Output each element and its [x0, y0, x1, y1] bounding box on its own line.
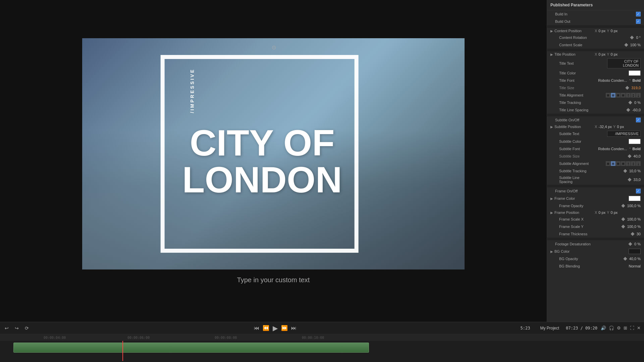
title-line-spacing-handle[interactable] [626, 108, 630, 112]
align-middle-btn[interactable]: ↕ [631, 93, 636, 98]
align-top-btn[interactable]: ↑ [626, 93, 631, 98]
expand-btn[interactable]: ⊞ [624, 325, 627, 330]
title-color-swatch[interactable] [629, 70, 641, 76]
frame-thickness-label: Frame Thickness [550, 232, 591, 236]
build-out-checkbox[interactable]: ✓ [636, 19, 641, 24]
footage-desaturation-handle[interactable] [628, 242, 632, 246]
sub-align-middle-btn[interactable]: ↕ [631, 161, 636, 166]
frame-color-row[interactable]: ▶ Frame Color [547, 195, 644, 202]
content-pos-y-value[interactable]: 0 px [610, 29, 618, 33]
frame-opacity-value: 100,0 % [627, 204, 641, 208]
fullscreen-btn[interactable]: ⛶ [630, 325, 634, 330]
volume-btn[interactable]: 🔊 [601, 325, 606, 330]
main-area: ⊙ /IMPRESSIVE CITY OF LONDON Type in you… [0, 0, 644, 322]
content-position-row[interactable]: ▶ Content Position X 0 px Y 0 px [547, 28, 644, 34]
bg-color-swatch[interactable] [629, 249, 641, 254]
play-prev-btn[interactable]: ⏮ [253, 324, 260, 332]
timeline-forward-btn[interactable]: ↪ [13, 325, 20, 331]
frame-thickness-row: Frame Thickness 30 [547, 230, 644, 238]
bg-color-row[interactable]: ▶ BG Color [547, 248, 644, 255]
title-pos-y-value[interactable]: 0 px [610, 52, 618, 56]
sub-align-bottom-btn[interactable]: ↓ [636, 161, 641, 166]
rotation-handle[interactable]: ⊙ [272, 45, 276, 50]
timeline-controls: ↩ ↪ ⟳ ⏮ ⏪ ▶ ⏩ ⏭ 5:23 My Project 07:23 / … [0, 322, 644, 334]
title-tracking-handle[interactable] [628, 101, 632, 104]
subtitle-pos-x-value[interactable]: -32,4 px [598, 125, 612, 129]
subtitle-alignment-buttons: ≡ ≡ ≡ ≡ ↑ ↕ ↓ [606, 161, 641, 166]
content-pos-x-label: X [595, 29, 597, 33]
timeline-back-btn[interactable]: ↩ [3, 325, 10, 331]
frame-thickness-handle[interactable] [631, 232, 634, 236]
subtitle-line-spacing-handle[interactable] [628, 178, 631, 181]
align-bottom-btn[interactable]: ↓ [636, 93, 641, 98]
sub-align-top-btn[interactable]: ↑ [626, 161, 631, 166]
title-pos-x-value[interactable]: 0 px [598, 52, 605, 56]
align-right-btn[interactable]: ≡ [616, 93, 621, 98]
subtitle-tracking-row: Subtitle Tracking 10,0 % [547, 167, 644, 175]
frame-onoff-checkbox[interactable]: ✓ [636, 189, 641, 193]
frame-onoff-row: Frame On/Off ✓ [547, 187, 644, 195]
frame-color-swatch[interactable] [629, 196, 641, 201]
title-size-handle[interactable] [626, 86, 629, 89]
play-next-btn[interactable]: ⏭ [290, 324, 297, 332]
subtitle-color-swatch[interactable] [629, 139, 641, 144]
title-text-input[interactable]: CITY OFLONDON [607, 58, 641, 68]
play-btn[interactable]: ▶ [272, 323, 278, 333]
sub-align-center-btn[interactable]: ≡ [611, 161, 615, 166]
ruler-tick-3: 00:00:08:00 [215, 336, 237, 340]
build-in-checkbox[interactable]: ✓ [636, 12, 641, 16]
subtitle-pos-y-value[interactable]: 0 px [617, 125, 624, 129]
subtitle-position-row[interactable]: ▶ Subtitle Position X -32,4 px Y 0 px [547, 124, 644, 130]
subtitle-tracking-handle[interactable] [623, 169, 627, 173]
subtitle-size-handle[interactable] [628, 154, 631, 158]
frame-scale-x-handle[interactable] [621, 217, 625, 221]
frame-pos-y-value[interactable]: 0 px [610, 210, 618, 215]
frame-scale-y-handle[interactable] [621, 225, 625, 228]
subtitle-text-label: Subtitle Text [550, 132, 591, 136]
content-pos-x-value[interactable]: 0 px [598, 29, 605, 33]
published-params-header: Published Parameters [547, 0, 644, 10]
frame-scale-y-value: 100,0 % [627, 225, 641, 229]
subtitle-font-name[interactable]: Roboto Conden... [598, 147, 627, 151]
sub-align-right-btn[interactable]: ≡ [616, 161, 621, 166]
title-alignment-label: Title Alignment [550, 93, 591, 97]
content-scale-handle[interactable] [624, 43, 628, 47]
frame-pos-x-value[interactable]: 0 px [598, 210, 605, 215]
subtitle-text-input[interactable]: /IMPRESSIVE [607, 131, 641, 137]
frame-opacity-handle[interactable] [621, 204, 625, 207]
settings-btn[interactable]: ⚙ [617, 325, 621, 330]
subtitle-onoff-checkbox[interactable]: ✓ [636, 118, 641, 122]
playhead[interactable] [122, 341, 123, 361]
right-transport-controls: 🔊 🎧 ⚙ ⊞ ⛶ ✕ [601, 325, 641, 330]
frame-scale-x-value: 100,0 % [627, 217, 641, 221]
custom-text-area: Type in your custom text [237, 276, 310, 284]
right-panel: Published Parameters Build In ✓ Build Ou… [547, 0, 644, 322]
subtitle-font-weight: Bold [633, 147, 641, 151]
align-justify-btn[interactable]: ≡ [621, 93, 626, 98]
content-rotation-row: Content Rotation 0 ° [547, 34, 644, 41]
rewind-btn[interactable]: ⏪ [262, 324, 270, 332]
title-font-name[interactable]: Roboto Conden... [598, 78, 627, 82]
content-scale-label: Content Scale [550, 43, 591, 47]
title-font-arrow[interactable]: ⌃ [629, 79, 631, 82]
timeline-loop-btn[interactable]: ⟳ [23, 325, 30, 331]
fast-forward-btn[interactable]: ⏩ [280, 324, 288, 332]
close-btn[interactable]: ✕ [637, 325, 641, 330]
title-pos-x-label: X [595, 52, 597, 56]
sub-align-justify-btn[interactable]: ≡ [621, 161, 626, 166]
align-center-btn[interactable]: ≡ [611, 93, 615, 98]
subtitle-font-arrow[interactable]: ⌃ [629, 147, 631, 151]
frame-position-row[interactable]: ▶ Frame Position X 0 px Y 0 px [547, 209, 644, 216]
title-position-row[interactable]: ▶ Title Position X 0 px Y 0 px [547, 51, 644, 57]
headphones-btn[interactable]: 🎧 [609, 325, 614, 330]
sub-align-left-btn[interactable]: ≡ [606, 161, 610, 166]
content-rotation-handle[interactable] [630, 36, 634, 39]
footage-desaturation-value: 0 % [634, 242, 641, 246]
track-clip[interactable] [13, 343, 369, 353]
custom-text-label: Type in your custom text [237, 276, 310, 284]
bg-opacity-handle[interactable] [623, 257, 627, 260]
title-color-label: Title Color [550, 71, 591, 75]
frame-color-label: Frame Color [554, 196, 595, 200]
timecode-full: 07:23 / 09:20 [566, 326, 597, 330]
align-left-btn[interactable]: ≡ [606, 93, 610, 98]
